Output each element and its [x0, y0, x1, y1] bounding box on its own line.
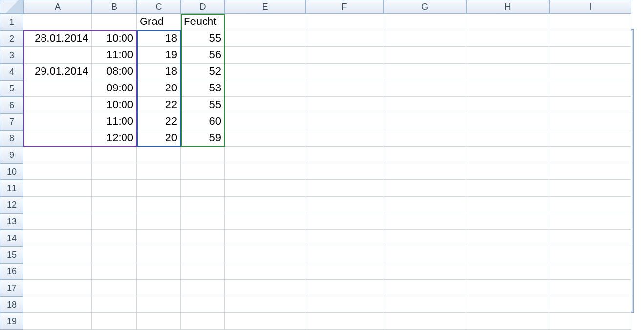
cell-A3[interactable] — [23, 47, 92, 64]
cell-B13[interactable] — [92, 213, 137, 230]
col-header-F[interactable]: F — [305, 0, 383, 14]
cell-A5[interactable] — [23, 80, 92, 97]
cell-F5[interactable] — [305, 80, 383, 97]
cell-H17[interactable] — [466, 280, 549, 296]
cell-E18[interactable] — [225, 296, 305, 313]
cell-C11[interactable] — [137, 180, 181, 197]
cell-I5[interactable] — [549, 80, 631, 97]
col-header-G[interactable]: G — [383, 0, 466, 14]
cell-H3[interactable] — [466, 47, 549, 64]
cell-I8[interactable] — [549, 130, 631, 147]
row-header-9[interactable]: 9 — [0, 147, 23, 163]
cell-H16[interactable] — [466, 263, 549, 280]
row-header-17[interactable]: 17 — [0, 280, 23, 296]
cell-B1[interactable] — [92, 14, 137, 30]
cell-F15[interactable] — [305, 246, 383, 263]
cell-C8[interactable]: 20 — [137, 130, 181, 147]
cell-E9[interactable] — [225, 147, 305, 163]
cell-H7[interactable] — [466, 113, 549, 130]
cell-G12[interactable] — [383, 197, 466, 213]
cell-G14[interactable] — [383, 230, 466, 246]
cell-E16[interactable] — [225, 263, 305, 280]
cell-A10[interactable] — [23, 163, 92, 180]
cell-G8[interactable] — [383, 130, 466, 147]
cell-I3[interactable] — [549, 47, 631, 64]
cell-G19[interactable] — [383, 313, 466, 330]
cell-F11[interactable] — [305, 180, 383, 197]
cell-D16[interactable] — [181, 263, 225, 280]
row-header-8[interactable]: 8 — [0, 130, 23, 147]
row-header-3[interactable]: 3 — [0, 47, 23, 64]
cell-D15[interactable] — [181, 246, 225, 263]
cell-B19[interactable] — [92, 313, 137, 330]
cell-H14[interactable] — [466, 230, 549, 246]
row-header-5[interactable]: 5 — [0, 80, 23, 97]
cell-I7[interactable] — [549, 113, 631, 130]
cell-G6[interactable] — [383, 97, 466, 113]
col-header-B[interactable]: B — [92, 0, 137, 14]
cell-F12[interactable] — [305, 197, 383, 213]
row-header-1[interactable]: 1 — [0, 14, 23, 30]
cell-B6[interactable]: 10:00 — [92, 97, 137, 113]
cell-I16[interactable] — [549, 263, 631, 280]
cell-C13[interactable] — [137, 213, 181, 230]
cell-B14[interactable] — [92, 230, 137, 246]
cell-B4[interactable]: 08:00 — [92, 64, 137, 80]
cell-B12[interactable] — [92, 197, 137, 213]
cell-D9[interactable] — [181, 147, 225, 163]
cell-D2[interactable]: 55 — [181, 30, 225, 47]
cell-F3[interactable] — [305, 47, 383, 64]
row-header-19[interactable]: 19 — [0, 313, 23, 330]
row-header-16[interactable]: 16 — [0, 263, 23, 280]
cell-D4[interactable]: 52 — [181, 64, 225, 80]
cell-C5[interactable]: 20 — [137, 80, 181, 97]
cell-C1[interactable]: Grad — [137, 14, 181, 30]
cell-A15[interactable] — [23, 246, 92, 263]
col-header-I[interactable]: I — [549, 0, 631, 14]
cell-D18[interactable] — [181, 296, 225, 313]
cell-I14[interactable] — [549, 230, 631, 246]
cell-H13[interactable] — [466, 213, 549, 230]
cell-H4[interactable] — [466, 64, 549, 80]
cell-I17[interactable] — [549, 280, 631, 296]
col-header-A[interactable]: A — [23, 0, 92, 14]
cell-B17[interactable] — [92, 280, 137, 296]
cell-A6[interactable] — [23, 97, 92, 113]
cell-D1[interactable]: Feucht — [181, 14, 225, 30]
cell-C14[interactable] — [137, 230, 181, 246]
cell-C19[interactable] — [137, 313, 181, 330]
cell-G11[interactable] — [383, 180, 466, 197]
cell-G7[interactable] — [383, 113, 466, 130]
cell-D7[interactable]: 60 — [181, 113, 225, 130]
cell-E12[interactable] — [225, 197, 305, 213]
cell-D5[interactable]: 53 — [181, 80, 225, 97]
row-header-6[interactable]: 6 — [0, 97, 23, 113]
cell-D14[interactable] — [181, 230, 225, 246]
row-header-13[interactable]: 13 — [0, 213, 23, 230]
row-header-12[interactable]: 12 — [0, 197, 23, 213]
cell-E8[interactable] — [225, 130, 305, 147]
cell-D17[interactable] — [181, 280, 225, 296]
cell-C16[interactable] — [137, 263, 181, 280]
cell-A11[interactable] — [23, 180, 92, 197]
cell-D13[interactable] — [181, 213, 225, 230]
cell-F19[interactable] — [305, 313, 383, 330]
cell-G18[interactable] — [383, 296, 466, 313]
cell-C2[interactable]: 18 — [137, 30, 181, 47]
cell-G9[interactable] — [383, 147, 466, 163]
cell-B10[interactable] — [92, 163, 137, 180]
cell-E2[interactable] — [225, 30, 305, 47]
cell-D11[interactable] — [181, 180, 225, 197]
cell-I12[interactable] — [549, 197, 631, 213]
cell-G16[interactable] — [383, 263, 466, 280]
cell-F8[interactable] — [305, 130, 383, 147]
cell-F6[interactable] — [305, 97, 383, 113]
cell-F1[interactable] — [305, 14, 383, 30]
cell-F17[interactable] — [305, 280, 383, 296]
cell-I10[interactable] — [549, 163, 631, 180]
cell-I19[interactable] — [549, 313, 631, 330]
cell-F16[interactable] — [305, 263, 383, 280]
cell-D19[interactable] — [181, 313, 225, 330]
cell-H5[interactable] — [466, 80, 549, 97]
cell-I4[interactable] — [549, 64, 631, 80]
